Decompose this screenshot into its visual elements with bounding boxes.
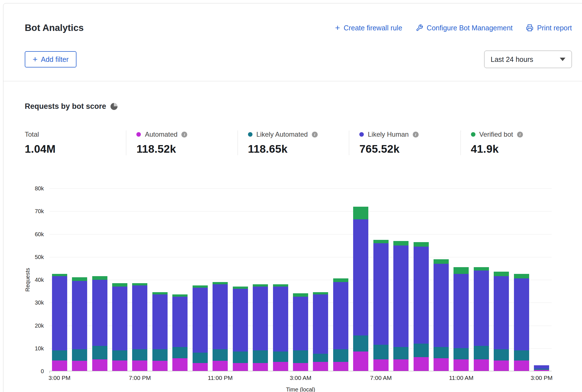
add-filter-button[interactable]: + Add filter — [25, 51, 76, 67]
legend-dot-verified-bot — [471, 132, 475, 137]
stat-likely-human-value: 765.52k — [359, 143, 455, 155]
create-firewall-rule-link[interactable]: + Create firewall rule — [335, 24, 402, 32]
pie-chart-icon — [110, 103, 118, 110]
bar-segment-likely-automated — [414, 344, 429, 357]
stacked-bar — [353, 207, 368, 371]
bar-5[interactable] — [150, 188, 170, 371]
bar-3[interactable] — [110, 188, 130, 371]
stacked-bar — [414, 242, 429, 371]
bar-segment-likely-human — [494, 276, 509, 349]
bar-9[interactable] — [230, 188, 250, 371]
bar-10[interactable] — [250, 188, 270, 371]
stat-likely-automated-label: Likely Automated — [256, 130, 308, 138]
y-tick-label: 30k — [4, 299, 44, 306]
stacked-bar — [333, 278, 348, 371]
bar-16[interactable] — [371, 188, 391, 371]
bar-19[interactable] — [431, 188, 451, 371]
configure-bot-management-link[interactable]: Configure Bot Management — [416, 24, 513, 32]
bar-segment-likely-human — [132, 285, 147, 349]
bar-segment-likely-automated — [353, 335, 368, 352]
bar-17[interactable] — [391, 188, 411, 371]
info-icon[interactable]: i — [181, 132, 187, 138]
bar-segment-verified-bot — [132, 283, 147, 285]
bar-8[interactable] — [210, 188, 230, 371]
bar-segment-likely-human — [172, 297, 188, 347]
bar-segment-verified-bot — [494, 272, 509, 276]
info-icon[interactable]: i — [413, 132, 419, 138]
x-tick-label: 3:00 AM — [290, 375, 311, 381]
bar-segment-verified-bot — [172, 294, 188, 297]
bar-24[interactable] — [532, 188, 552, 371]
stacked-bar — [273, 284, 288, 371]
stacked-bar — [233, 287, 248, 371]
x-tick-label: 11:00 AM — [449, 375, 473, 381]
bar-segment-automated — [534, 370, 549, 371]
bar-segment-verified-bot — [313, 292, 328, 294]
bar-segment-likely-automated — [494, 349, 509, 361]
info-icon[interactable]: i — [517, 132, 523, 138]
stacked-bar — [52, 274, 67, 371]
bar-segment-likely-automated — [373, 345, 389, 360]
plus-icon: + — [33, 55, 38, 64]
stacked-bar — [434, 259, 449, 371]
bar-13[interactable] — [311, 188, 331, 371]
y-tick-label: 50k — [4, 254, 44, 260]
bar-segment-likely-automated — [132, 349, 147, 361]
bar-18[interactable] — [411, 188, 431, 371]
bar-21[interactable] — [471, 188, 491, 371]
bar-segment-automated — [112, 361, 127, 371]
bar-segment-automated — [313, 362, 328, 371]
bar-7[interactable] — [190, 188, 210, 371]
bar-segment-automated — [494, 361, 509, 371]
bar-segment-automated — [333, 362, 348, 371]
bar-segment-automated — [132, 361, 147, 371]
bar-segment-automated — [373, 359, 389, 371]
bar-segment-automated — [454, 359, 469, 371]
stacked-bar — [393, 241, 409, 371]
bar-22[interactable] — [491, 188, 511, 371]
bar-segment-likely-human — [474, 271, 489, 346]
legend-dot-automated — [136, 132, 141, 137]
stacked-bar — [112, 283, 127, 371]
bar-segment-likely-automated — [253, 350, 268, 363]
bar-4[interactable] — [130, 188, 150, 371]
bar-segment-automated — [273, 362, 288, 371]
bar-segment-verified-bot — [293, 293, 308, 297]
bar-segment-likely-human — [152, 294, 168, 349]
bar-segment-likely-automated — [434, 347, 449, 359]
x-tick-label: 7:00 AM — [370, 375, 392, 381]
bar-0[interactable] — [49, 188, 69, 371]
bar-segment-likely-automated — [193, 353, 208, 363]
bar-15[interactable] — [351, 188, 371, 371]
bar-12[interactable] — [290, 188, 310, 371]
stat-automated-value: 118.52k — [136, 143, 232, 155]
card-header: Bot Analytics + Create firewall rule Con… — [3, 3, 582, 81]
print-report-link[interactable]: Print report — [526, 24, 572, 32]
time-range-select[interactable]: Last 24 hours — [484, 51, 572, 68]
bar-14[interactable] — [331, 188, 351, 371]
bar-2[interactable] — [90, 188, 110, 371]
bar-segment-likely-human — [434, 264, 449, 347]
bar-segment-likely-automated — [514, 350, 529, 361]
bar-segment-automated — [152, 361, 168, 371]
bar-segment-verified-bot — [52, 274, 67, 276]
bar-1[interactable] — [69, 188, 89, 371]
bar-11[interactable] — [270, 188, 290, 371]
bar-23[interactable] — [511, 188, 531, 371]
bar-segment-likely-automated — [233, 352, 248, 363]
bar-segment-likely-human — [373, 243, 389, 345]
info-icon[interactable]: i — [312, 132, 318, 138]
bar-segment-verified-bot — [92, 276, 107, 280]
bar-segment-likely-human — [353, 219, 368, 336]
bar-segment-likely-automated — [72, 349, 87, 361]
printer-icon — [526, 24, 533, 31]
stacked-bar — [373, 240, 389, 371]
plus-icon: + — [335, 24, 340, 32]
bar-6[interactable] — [170, 188, 190, 371]
bar-segment-likely-human — [313, 294, 328, 354]
stat-verified-bot-value: 41.9k — [471, 143, 566, 155]
x-tick-label: 11:00 PM — [208, 375, 233, 381]
bar-20[interactable] — [451, 188, 471, 371]
bar-segment-verified-bot — [112, 283, 127, 287]
y-tick-label: 70k — [4, 208, 44, 215]
